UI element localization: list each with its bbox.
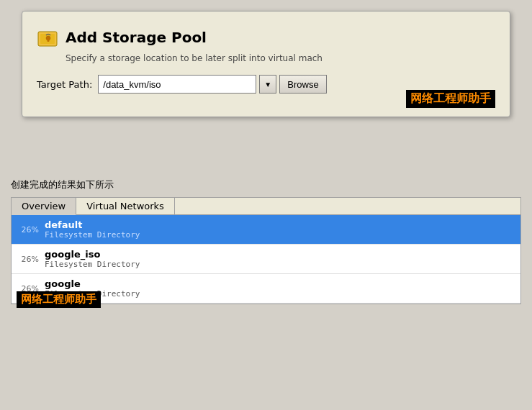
- result-label: 创建完成的结果如下所示: [11, 178, 521, 191]
- target-path-input[interactable]: [98, 75, 256, 94]
- tab-bar: Overview Virtual Networks: [12, 198, 520, 215]
- pool-type-default: Filesystem Directory: [45, 230, 140, 240]
- page-wrapper: Add Storage Pool Specify a storage locat…: [0, 0, 532, 410]
- dialog-watermark: 网络工程师助手: [406, 90, 495, 108]
- pool-info-google-iso: google_iso Filesystem Directory: [45, 249, 140, 269]
- storage-pool-icon: [37, 26, 60, 49]
- browse-button[interactable]: Browse: [279, 75, 326, 94]
- pool-name-google-iso: google_iso: [45, 249, 140, 260]
- svg-rect-3: [48, 38, 50, 42]
- dialog-title: Add Storage Pool: [66, 29, 207, 46]
- target-path-dropdown[interactable]: ▼: [259, 75, 276, 94]
- tab-virtual-networks[interactable]: Virtual Networks: [76, 198, 175, 214]
- pool-item-google-iso[interactable]: 26% google_iso Filesystem Directory: [12, 245, 520, 274]
- tab-overview[interactable]: Overview: [12, 198, 76, 215]
- dialog-header: Add Storage Pool: [37, 26, 495, 49]
- pool-list: 26% default Filesystem Directory 26% goo…: [12, 215, 520, 304]
- pool-percent-google-iso: 26%: [17, 255, 39, 264]
- tab-container: Overview Virtual Networks 26% default Fi…: [11, 197, 521, 304]
- pool-item-default[interactable]: 26% default Filesystem Directory: [12, 215, 520, 245]
- pool-percent-default: 26%: [17, 225, 39, 234]
- dialog-subtitle: Specify a storage location to be later s…: [66, 53, 495, 63]
- add-storage-pool-dialog: Add Storage Pool Specify a storage locat…: [22, 11, 510, 117]
- bottom-watermark: 网络工程师助手: [17, 291, 101, 308]
- target-path-label: Target Path:: [37, 79, 92, 90]
- target-path-input-wrapper: ▼ Browse: [98, 75, 326, 94]
- pool-info-default: default Filesystem Directory: [45, 219, 140, 240]
- bottom-section: 创建完成的结果如下所示 Overview Virtual Networks 26…: [11, 178, 521, 304]
- pool-type-google-iso: Filesystem Directory: [45, 260, 140, 269]
- pool-name-default: default: [45, 219, 140, 230]
- pool-name-google: google: [45, 278, 140, 289]
